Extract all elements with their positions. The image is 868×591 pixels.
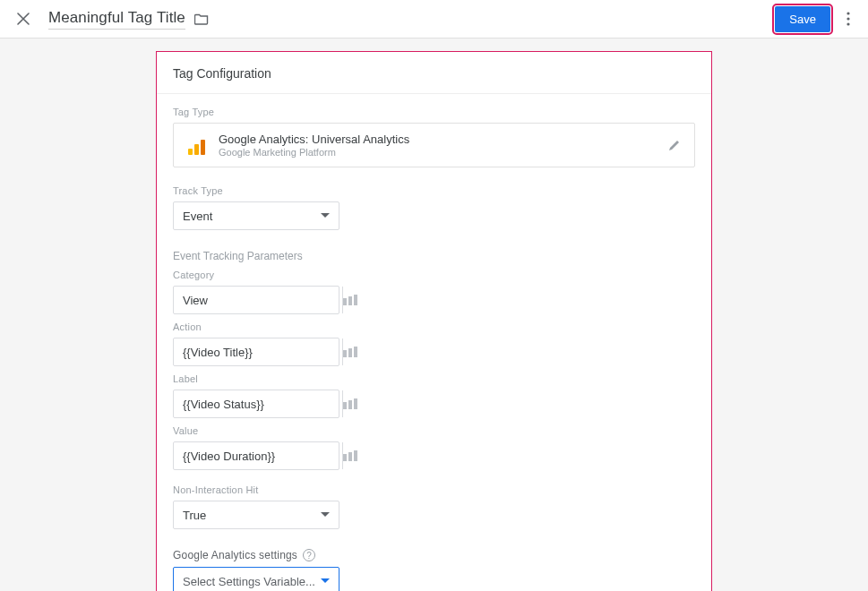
svg-rect-4: [348, 296, 352, 305]
help-icon[interactable]: ?: [303, 549, 315, 561]
svg-point-0: [847, 12, 849, 14]
chevron-down-icon: [321, 213, 330, 218]
svg-rect-14: [354, 450, 357, 461]
edit-icon[interactable]: [667, 138, 682, 152]
tag-type-name: Google Analytics: Universal Analytics: [219, 133, 409, 146]
chevron-down-icon: [321, 578, 330, 584]
value-field-row: [173, 441, 339, 470]
svg-rect-13: [348, 452, 352, 461]
svg-rect-3: [343, 298, 347, 305]
label-ga-settings: Google Analytics settings: [173, 549, 297, 561]
category-field-row: [173, 286, 339, 314]
action-input[interactable]: [174, 338, 342, 365]
non-interaction-dropdown[interactable]: True: [173, 501, 339, 529]
svg-rect-7: [348, 348, 352, 357]
label-input[interactable]: [174, 390, 342, 417]
svg-rect-11: [354, 398, 357, 409]
panel-title: Tag Configuration: [157, 52, 711, 94]
label-value: Value: [173, 425, 695, 436]
tag-type-platform: Google Marketing Platform: [219, 147, 409, 158]
chevron-down-icon: [321, 512, 330, 518]
svg-rect-12: [343, 454, 347, 461]
label-category: Category: [173, 270, 695, 280]
category-input[interactable]: [174, 287, 342, 313]
svg-point-2: [847, 22, 849, 25]
label-field-row: [173, 390, 339, 418]
tag-config-panel: Tag Configuration Tag Type Google Analyt…: [156, 51, 712, 591]
label-label: Label: [173, 373, 695, 384]
value-input[interactable]: [174, 442, 342, 469]
ga-settings-dropdown[interactable]: Select Settings Variable...: [173, 567, 339, 591]
variable-picker-icon[interactable]: [342, 287, 357, 313]
label-non-interaction: Non-Interaction Hit: [173, 484, 695, 495]
topbar: Meaningful Tag Title Save: [0, 0, 868, 39]
track-type-value: Event: [183, 210, 212, 223]
label-track-type: Track Type: [173, 185, 695, 196]
label-tag-type: Tag Type: [173, 107, 695, 117]
save-button[interactable]: Save: [775, 6, 830, 32]
label-action: Action: [173, 321, 695, 332]
more-menu-icon[interactable]: [839, 12, 857, 26]
variable-picker-icon[interactable]: [342, 390, 357, 417]
variable-picker-icon[interactable]: [342, 338, 357, 365]
track-type-dropdown[interactable]: Event: [173, 201, 339, 230]
svg-rect-9: [343, 402, 347, 409]
google-analytics-icon: [186, 135, 206, 155]
svg-rect-6: [343, 350, 347, 357]
svg-point-1: [847, 17, 849, 20]
action-field-row: [173, 338, 339, 366]
svg-rect-8: [354, 347, 357, 357]
close-icon[interactable]: [14, 10, 32, 28]
label-event-params: Event Tracking Parameters: [173, 250, 695, 262]
tag-type-selector[interactable]: Google Analytics: Universal Analytics Go…: [173, 123, 695, 167]
svg-rect-10: [348, 400, 352, 409]
page-title[interactable]: Meaningful Tag Title: [48, 9, 185, 30]
ga-settings-placeholder: Select Settings Variable...: [183, 575, 315, 588]
non-interaction-value: True: [183, 509, 206, 522]
variable-picker-icon[interactable]: [342, 442, 357, 469]
svg-rect-5: [354, 295, 357, 305]
folder-icon[interactable]: [194, 13, 209, 25]
